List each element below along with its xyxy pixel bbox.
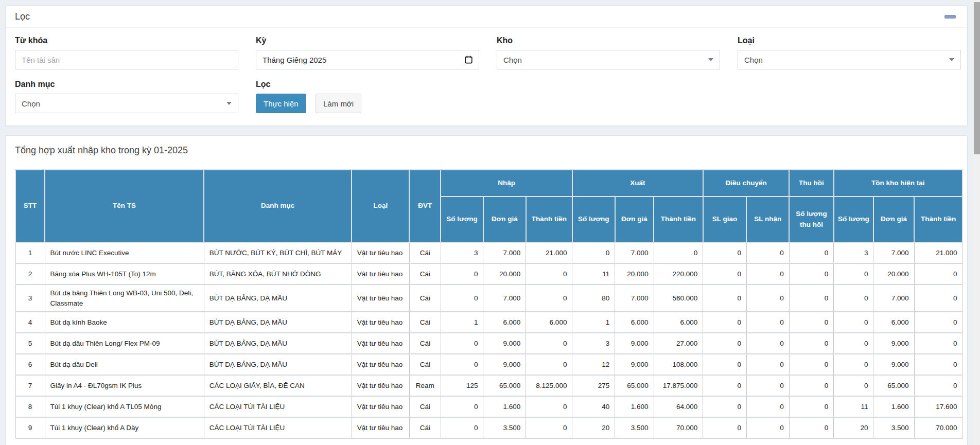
table-cell: Bút nước LINC Executive [45, 242, 204, 263]
table-cell: 0 [654, 242, 703, 263]
sub-header-sl-nhan: SL nhận [746, 197, 789, 242]
table-cell: BÚT DẠ BẢNG, DẠ MẦU [204, 333, 352, 354]
page-scrollbar[interactable] [973, 0, 980, 445]
table-cell: 1 [441, 312, 483, 333]
table-cell: 125 [441, 375, 483, 396]
table-cell: Túi 1 khuy (Clear) khổ A Dày [45, 417, 204, 438]
table-cell: BÚT DẠ BẢNG, DẠ MẦU [204, 284, 352, 312]
table-cell: 20 [572, 417, 615, 438]
table-row: 6Bút dạ dầu DeliBÚT DẠ BẢNG, DẠ MẦUVật t… [15, 354, 962, 375]
table-row: 7Giấy in A4 - ĐL70gsm IK PlusCÁC LOẠI GI… [15, 375, 962, 396]
field-type: Loại Chọn [738, 36, 961, 69]
table-cell: 6 [15, 354, 45, 375]
filter-panel-header: Lọc [6, 6, 967, 28]
col-header-dvt: ĐVT [409, 170, 441, 242]
chevron-down-icon [949, 58, 954, 61]
table-cell: Vật tư tiêu hao [352, 396, 409, 417]
table-row: 8Túi 1 khuy (Clear) khổ A TL05 MỏngCÁC L… [15, 396, 962, 417]
table-cell: 3 [572, 333, 615, 354]
table-cell: Vật tư tiêu hao [352, 354, 409, 375]
table-cell: 12 [572, 354, 615, 375]
table-row: 4Bút dạ kính BaokeBÚT DẠ BẢNG, DẠ MẦUVật… [15, 312, 962, 333]
chevron-down-icon [226, 102, 232, 105]
period-input[interactable]: Tháng Giêng 2025 [256, 50, 479, 69]
table-cell: 17.600 [914, 396, 962, 417]
scrollbar-thumb[interactable] [974, 2, 980, 154]
table-cell: Cái [409, 396, 441, 417]
calendar-icon[interactable] [465, 56, 472, 64]
table-cell: 0 [526, 354, 572, 375]
sub-header-nhap-thanh-tien: Thành tiền [526, 197, 572, 242]
submit-button[interactable]: Thực hiện [256, 94, 306, 113]
table-cell: Vật tư tiêu hao [352, 242, 409, 263]
table-cell: 0 [441, 417, 483, 438]
sub-header-xuat-thanh-tien: Thành tiền [654, 197, 703, 242]
table-cell: Ream [409, 375, 441, 396]
table-cell: 0 [746, 417, 789, 438]
category-select[interactable]: Chọn [15, 94, 238, 113]
sub-header-sl-giao: SL giao [703, 197, 747, 242]
reset-button[interactable]: Làm mới [316, 94, 361, 113]
table-cell: Vật tư tiêu hao [352, 284, 409, 312]
table-cell: 7.000 [483, 284, 526, 312]
keyword-input[interactable] [15, 50, 238, 69]
table-cell: 0 [703, 417, 747, 438]
table-cell: 4 [15, 312, 45, 333]
warehouse-label: Kho [497, 36, 720, 45]
table-cell: Túi 1 khuy (Clear) khổ A TL05 Mỏng [45, 396, 204, 417]
table-cell: 11 [572, 263, 615, 284]
keyword-label: Từ khóa [15, 36, 238, 45]
table-cell: 0 [526, 284, 572, 312]
table-cell: BÚT DẠ BẢNG, DẠ MẦU [204, 312, 352, 333]
table-cell: 7.000 [483, 242, 526, 263]
table-cell: 7.000 [873, 242, 914, 263]
table-cell: 0 [834, 312, 873, 333]
table-cell: 8.125.000 [526, 375, 572, 396]
table-cell: 65.000 [615, 375, 654, 396]
table-cell: 1.600 [483, 396, 526, 417]
page: Lọc Từ khóa Kỳ Tháng Giêng 2025 [0, 0, 980, 445]
table-cell: 0 [441, 396, 483, 417]
table-cell: 0 [746, 333, 789, 354]
table-cell: 1.600 [873, 396, 914, 417]
table-cell: Cái [409, 263, 441, 284]
table-cell: 7.000 [615, 242, 654, 263]
group-header-xuat: Xuất [572, 170, 703, 197]
group-header-dieu-chuyen: Điều chuyển [703, 170, 789, 197]
table-cell: 2 [15, 263, 45, 284]
warehouse-select[interactable]: Chọn [497, 50, 720, 69]
table-cell: 9 [15, 417, 45, 438]
table-cell: 560.000 [654, 284, 703, 312]
type-select[interactable]: Chọn [738, 50, 961, 69]
category-label: Danh mục [15, 80, 238, 89]
table-cell: 0 [914, 333, 962, 354]
table-cell: 220.000 [654, 263, 703, 284]
table-cell: 0 [526, 263, 572, 284]
table-row: 5Bút dạ dầu Thiên Long/ Flex PM-09BÚT DẠ… [15, 333, 962, 354]
table-cell: Cái [409, 417, 441, 438]
table-cell: 11 [834, 396, 873, 417]
actions-label: Lọc [256, 80, 479, 89]
table-cell: 0 [526, 417, 572, 438]
chevron-down-icon [708, 58, 713, 61]
table-cell: 64.000 [654, 396, 703, 417]
sub-header-nhap-so-luong: Số lượng [441, 197, 483, 242]
table-cell: 0 [789, 284, 833, 312]
table-cell: 1 [15, 242, 45, 263]
table-cell: 0 [834, 333, 873, 354]
table-cell: 0 [914, 284, 962, 312]
table-cell: Băng xóa Plus WH-105T (To) 12m [45, 263, 204, 284]
table-cell: Bút dạ kính Baoke [45, 312, 204, 333]
table-cell: Cái [409, 242, 441, 263]
table-cell: 0 [703, 354, 747, 375]
table-cell: 7.000 [873, 284, 914, 312]
table-cell: 7.000 [615, 284, 654, 312]
table-cell: 80 [572, 284, 615, 312]
table-cell: 20.000 [615, 263, 654, 284]
table-cell: 6.000 [873, 312, 914, 333]
table-cell: 0 [789, 354, 833, 375]
table-cell: 3.500 [483, 417, 526, 438]
collapse-button[interactable] [942, 12, 958, 22]
table-cell: 0 [914, 354, 962, 375]
report-table: STT Tên TS Danh mục Loại ĐVT Nhập Xuất Đ… [15, 169, 963, 439]
